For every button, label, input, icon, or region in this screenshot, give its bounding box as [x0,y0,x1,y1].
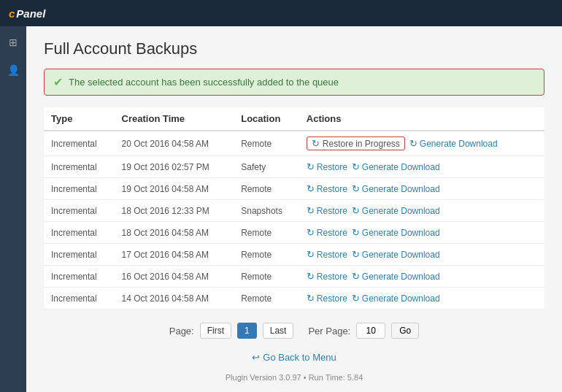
download-icon: ↻ [352,227,360,238]
top-bar: cPanel [0,0,562,26]
generate-download-button[interactable]: ↻ Generate Download [352,205,440,216]
cell-creation-time: 18 Oct 2016 04:58 AM [115,222,234,244]
cell-actions: ↻ Restore↻ Generate Download [299,222,544,244]
cell-type: Incremental [44,156,115,178]
page-label: Page: [169,326,194,337]
download-icon: ↻ [352,161,360,172]
per-page-input[interactable] [356,323,385,339]
table-row: Incremental16 Oct 2016 04:58 AMRemote↻ R… [44,266,544,288]
cell-type: Incremental [44,178,115,200]
generate-download-button[interactable]: ↻ Generate Download [352,183,440,194]
last-page-button[interactable]: Last [263,323,294,339]
logo-c: c [9,7,15,20]
restore-button[interactable]: ↻ Restore [307,271,347,282]
cell-location: Snapshots [234,200,299,222]
download-icon: ↻ [352,205,360,216]
cell-actions: ↻ Restore↻ Generate Download [299,178,544,200]
cell-type: Incremental [44,222,115,244]
table-row: Incremental20 Oct 2016 04:58 AMRemote↻Re… [44,131,544,156]
restore-icon: ↻ [307,293,315,304]
restore-icon: ↻ [307,227,315,238]
generate-download-button[interactable]: ↻ Generate Download [352,249,440,260]
page-title: Full Account Backups [44,39,544,58]
cell-actions: ↻ Restore↻ Generate Download [299,266,544,288]
restore-in-progress-badge: ↻Restore in Progress [307,137,405,150]
restore-in-progress-label: Restore in Progress [323,139,400,149]
cell-actions: ↻ Restore↻ Generate Download [299,288,544,310]
backups-table: Type Creation Time Location Actions Incr… [44,107,544,310]
restore-button[interactable]: ↻ Restore [307,161,347,172]
cell-actions: ↻Restore in Progress↻ Generate Download [299,131,544,156]
current-page-button[interactable]: 1 [237,323,257,339]
cell-type: Incremental [44,200,115,222]
table-row: Incremental19 Oct 2016 04:58 AMRemote↻ R… [44,178,544,200]
table-row: Incremental18 Oct 2016 12:33 PMSnapshots… [44,200,544,222]
cell-creation-time: 14 Oct 2016 04:58 AM [115,288,234,310]
footer-text: Plugin Version 3.0.97 • Run Time: 5.84 [226,373,363,382]
restore-button[interactable]: ↻ Restore [307,293,347,304]
cpanel-logo: cPanel [9,7,45,20]
cell-location: Remote [234,222,299,244]
back-menu-section: ↩ Go Back to Menu [44,352,544,363]
back-menu-label: Go Back to Menu [263,352,336,363]
cell-type: Incremental [44,266,115,288]
restore-icon: ↻ [307,271,315,282]
sidebar-grid-icon[interactable]: ⊞ [3,32,23,53]
table-row: Incremental19 Oct 2016 02:57 PMSafety↻ R… [44,156,544,178]
cell-location: Remote [234,131,299,156]
cell-location: Safety [234,156,299,178]
download-icon: ↻ [352,249,360,260]
generate-download-button[interactable]: ↻ Generate Download [409,138,498,149]
pagination-row: Page: First 1 Last Per Page: Go [44,323,544,339]
cell-creation-time: 19 Oct 2016 04:58 AM [115,178,234,200]
spinner-icon: ↻ [312,138,320,149]
restore-icon: ↻ [307,205,315,216]
restore-button[interactable]: ↻ Restore [307,227,347,238]
restore-icon: ↻ [307,161,315,172]
col-type: Type [44,107,115,131]
cell-location: Remote [234,288,299,310]
footer: Plugin Version 3.0.97 • Run Time: 5.84 [44,373,544,382]
first-page-button[interactable]: First [200,323,231,339]
sidebar: ⊞ 👤 [0,26,26,392]
download-icon: ↻ [352,271,360,282]
restore-button[interactable]: ↻ Restore [307,183,347,194]
cell-location: Remote [234,266,299,288]
generate-download-button[interactable]: ↻ Generate Download [352,161,440,172]
table-row: Incremental18 Oct 2016 04:58 AMRemote↻ R… [44,222,544,244]
col-location: Location [234,107,299,131]
generate-download-button[interactable]: ↻ Generate Download [352,227,440,238]
cell-type: Incremental [44,131,115,156]
generate-download-button[interactable]: ↻ Generate Download [352,293,440,304]
download-icon: ↻ [352,293,360,304]
sidebar-user-icon[interactable]: 👤 [3,60,23,80]
download-icon: ↻ [409,138,417,149]
back-icon: ↩ [252,352,260,363]
cell-actions: ↻ Restore↻ Generate Download [299,200,544,222]
main-content: Full Account Backups ✔ The selected acco… [26,26,562,392]
restore-button[interactable]: ↻ Restore [307,249,347,260]
cell-type: Incremental [44,244,115,266]
cell-creation-time: 19 Oct 2016 02:57 PM [115,156,234,178]
cell-type: Incremental [44,288,115,310]
cell-location: Remote [234,244,299,266]
restore-icon: ↻ [307,249,315,260]
per-page-label: Per Page: [308,326,350,337]
back-menu-link[interactable]: ↩ Go Back to Menu [252,352,336,363]
table-row: Incremental14 Oct 2016 04:58 AMRemote↻ R… [44,288,544,310]
generate-download-button[interactable]: ↻ Generate Download [352,271,440,282]
cell-actions: ↻ Restore↻ Generate Download [299,244,544,266]
download-icon: ↻ [352,183,360,194]
col-creation-time: Creation Time [115,107,234,131]
cell-creation-time: 20 Oct 2016 04:58 AM [115,131,234,156]
success-alert: ✔ The selected account has been successf… [44,69,544,96]
restore-icon: ↻ [307,183,315,194]
cell-creation-time: 16 Oct 2016 04:58 AM [115,266,234,288]
alert-message: The selected account has been successful… [69,77,339,88]
cell-creation-time: 17 Oct 2016 04:58 AM [115,244,234,266]
cell-creation-time: 18 Oct 2016 12:33 PM [115,200,234,222]
logo-panel: Panel [16,7,45,20]
restore-button[interactable]: ↻ Restore [307,205,347,216]
go-button[interactable]: Go [391,323,419,339]
table-header-row: Type Creation Time Location Actions [44,107,544,131]
